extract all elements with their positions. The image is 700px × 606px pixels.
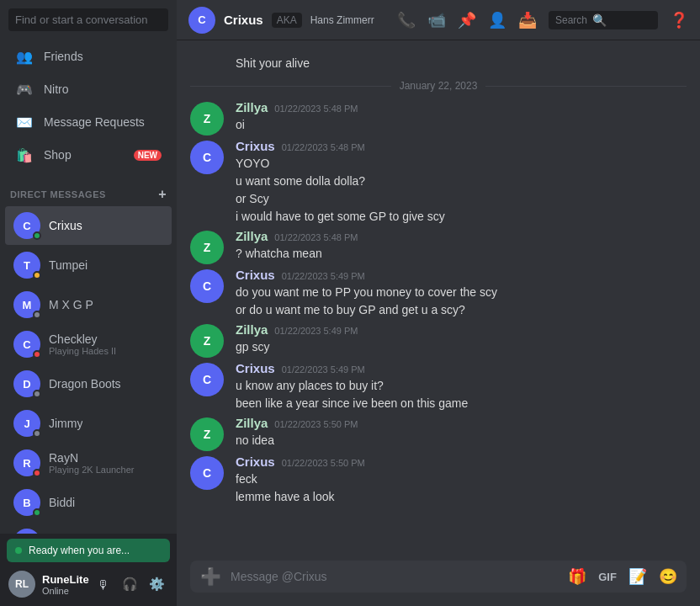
msg-time-zillya-1: 01/22/2023 5:48 PM (274, 104, 358, 114)
msg-header-zillya-3: Zillya 01/22/2023 5:49 PM (236, 322, 687, 337)
msg-header-crixus-2: Crixus 01/22/2023 5:49 PM (236, 268, 687, 282)
channel-aka-name: Hans Zimmerr (310, 14, 374, 26)
message-group-zillya-4: Z Zillya 01/22/2023 5:50 PM no idea (177, 414, 700, 453)
msg-username-crixus-4: Crixus (236, 454, 275, 469)
help-icon[interactable]: ❓ (670, 11, 688, 29)
dm-item-biddi[interactable]: B Biddi (5, 483, 172, 522)
msg-text-buy-gp: or do u want me to buy GP and get u a sc… (236, 301, 687, 319)
msg-header-crixus-1: Crixus 01/22/2023 5:48 PM (236, 139, 687, 153)
call-icon[interactable]: 📞 (397, 11, 416, 29)
msg-time-crixus-3: 01/22/2023 5:49 PM (282, 364, 365, 375)
message-group-crixus-1: C Crixus 01/22/2023 5:48 PM YOYO u want … (177, 137, 700, 227)
user-controls: RL RuneLite Online 🎙 🎧 ⚙️ (7, 567, 170, 601)
dm-avatar-jimmy: J (13, 410, 40, 437)
sticker-icon[interactable]: 📝 (626, 565, 650, 588)
dm-info-rayn: RayN Playing 2K Launcher (49, 451, 135, 475)
message-group-crixus-3: C Crixus 01/22/2023 5:49 PM u know any p… (177, 359, 700, 414)
status-dot-dragon-boots (33, 390, 41, 398)
settings-icon[interactable]: ⚙️ (145, 572, 168, 596)
activity-dot-icon (15, 547, 22, 554)
dm-add-button[interactable]: + (158, 187, 167, 202)
user-tag: Online (42, 586, 84, 596)
dm-name-dragon-boots: Dragon Boots (49, 377, 121, 391)
dm-name-tumpei: Tumpei (49, 258, 88, 272)
msg-time-zillya-2: 01/22/2023 5:48 PM (274, 232, 358, 242)
msg-avatar-zillya-2: Z (190, 231, 224, 264)
video-icon[interactable]: 📹 (427, 11, 446, 29)
msg-header-zillya-4: Zillya 01/22/2023 5:50 PM (236, 416, 687, 430)
dm-item-mxgp[interactable]: M M X G P (5, 285, 172, 324)
dm-avatar-dragon-boots: D (13, 370, 40, 397)
dm-avatar-biddi: B (13, 489, 40, 516)
msg-header-crixus-4: Crixus 01/22/2023 5:50 PM (236, 454, 687, 469)
nitro-icon: 🎮 (15, 80, 34, 98)
msg-time-zillya-3: 01/22/2023 5:49 PM (274, 326, 358, 336)
microphone-icon[interactable]: 🎙 (91, 572, 114, 596)
add-friend-icon[interactable]: 👤 (488, 11, 506, 29)
dm-item-dragon-boots[interactable]: D Dragon Boots (5, 364, 172, 403)
dm-item-checkley[interactable]: C Checkley Playing Hades II (5, 325, 172, 364)
channel-search-box[interactable]: Search 🔍 (549, 11, 658, 29)
msg-content-zillya-2: Zillya 01/22/2023 5:48 PM ? whatcha mean (236, 229, 687, 264)
msg-header-crixus-3: Crixus 01/22/2023 5:49 PM (236, 361, 687, 375)
dm-item-jake[interactable]: J Jake (5, 523, 172, 534)
status-dot-tumpei (33, 271, 41, 279)
message-group-zillya-3: Z Zillya 01/22/2023 5:49 PM gp scy (177, 321, 700, 359)
msg-content-zillya-4: Zillya 01/22/2023 5:50 PM no idea (236, 416, 687, 451)
dm-item-rayn[interactable]: R RayN Playing 2K Launcher (5, 444, 172, 482)
date-divider-text: January 22, 2023 (400, 80, 478, 92)
sidebar-item-message-requests[interactable]: ✉️ Message Requests (5, 106, 172, 138)
msg-text-no-idea: no idea (236, 432, 687, 449)
dm-info-checkley: Checkley Playing Hades II (49, 332, 116, 356)
emoji-icon[interactable]: 😊 (656, 565, 680, 588)
msg-avatar-crixus-2: C (190, 269, 224, 303)
msg-avatar-zillya-4: Z (190, 417, 224, 451)
user-avatar: RL (8, 571, 35, 598)
friends-label: Friends (44, 50, 83, 63)
msg-content-zillya-1: Zillya 01/22/2023 5:48 PM oi (236, 100, 687, 136)
dm-info-mxgp: M X G P (49, 298, 93, 311)
shop-icon: 🛍️ (15, 146, 34, 164)
message-input-box: ➕ 🎁 GIF 📝 😊 (190, 561, 687, 593)
status-dot-checkley (33, 350, 41, 359)
search-icon: 🔍 (592, 13, 607, 27)
user-name: RuneLite (42, 573, 84, 586)
dm-name-crixus: Crixus (49, 219, 82, 232)
message-group-zillya-2: Z Zillya 01/22/2023 5:48 PM ? whatcha me… (177, 227, 700, 266)
msg-username-zillya-3: Zillya (236, 322, 268, 337)
dm-item-tumpei[interactable]: T Tumpei (5, 246, 172, 284)
nitro-label: Nitro (44, 82, 69, 96)
user-ctrl-icons: 🎙 🎧 ⚙️ (91, 572, 168, 596)
sidebar-nav: 👥 Friends 🎮 Nitro ✉️ Message Requests 🛍️… (0, 36, 177, 175)
messages-container: Shit your alive January 22, 2023 Z Zilly… (177, 40, 700, 561)
msg-avatar-crixus-3: C (190, 363, 224, 396)
dm-item-crixus[interactable]: C Crixus (5, 206, 172, 245)
pin-icon[interactable]: 📌 (458, 11, 476, 29)
channel-name: Crixus (224, 13, 263, 27)
msg-text-dolla: u want some dolla dolla? (236, 173, 687, 190)
msg-avatar-zillya-3: Z (190, 324, 224, 358)
gif-icon[interactable]: GIF (596, 565, 619, 588)
sidebar-item-friends[interactable]: 👥 Friends (5, 40, 172, 72)
headset-icon[interactable]: 🎧 (118, 572, 141, 596)
status-dot-rayn (33, 469, 41, 477)
channel-aka-label: AKA (272, 13, 302, 28)
msg-avatar-crixus-4: C (190, 456, 224, 490)
msg-username-zillya: Zillya (236, 100, 268, 114)
sidebar-item-shop[interactable]: 🛍️ Shop NEW (5, 139, 172, 171)
msg-header-zillya-1: Zillya 01/22/2023 5:48 PM (236, 100, 687, 114)
inbox-icon[interactable]: 📥 (518, 11, 537, 29)
add-attachment-icon[interactable]: ➕ (197, 563, 224, 590)
sidebar-search-input[interactable] (8, 8, 168, 31)
message-group-crixus-4: C Crixus 01/22/2023 5:50 PM feck lemme h… (177, 453, 700, 508)
msg-content-crixus-2: Crixus 01/22/2023 5:49 PM do you want me… (236, 268, 687, 319)
msg-text-whatcha: ? whatcha mean (236, 245, 687, 263)
gift-icon[interactable]: 🎁 (565, 565, 589, 588)
dm-item-jimmy[interactable]: J Jimmy (5, 404, 172, 443)
dm-avatar-jake: J (13, 529, 40, 534)
dm-avatar-checkley: C (13, 331, 40, 358)
msg-text-scy: or Scy (236, 190, 687, 208)
message-input[interactable] (231, 561, 559, 593)
sidebar-item-nitro[interactable]: 🎮 Nitro (5, 73, 172, 105)
msg-username-crixus-1: Crixus (236, 139, 275, 153)
